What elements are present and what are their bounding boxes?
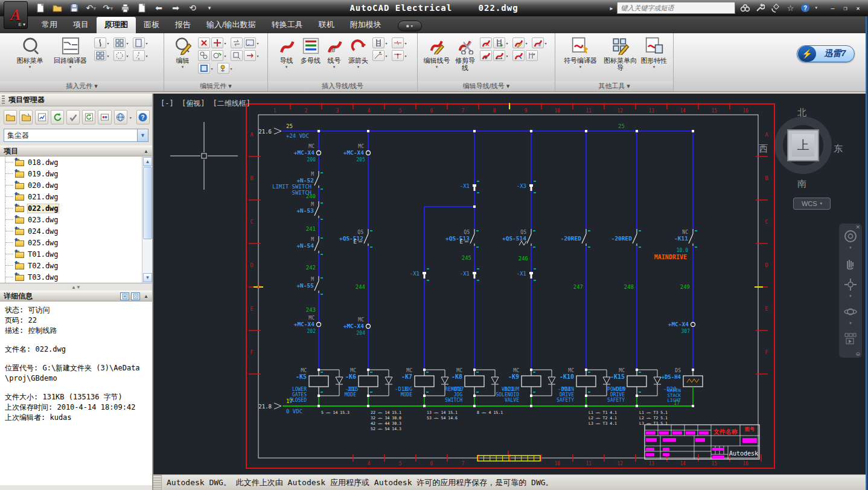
retag-icon[interactable] <box>211 50 223 61</box>
panel-label-insert-components[interactable]: 插入元件 ▾ <box>0 81 164 91</box>
source-arrow-button[interactable]: 源箭头▾ <box>347 36 370 69</box>
circuit-builder-button[interactable]: 回路编译器▾ <box>49 36 92 69</box>
stretch-wire-icon[interactable] <box>493 50 505 61</box>
projects-collapse-icon[interactable]: ▲ <box>144 149 148 154</box>
drawing-file-item[interactable]: 022.dwg <box>0 202 152 214</box>
delete-component-icon[interactable] <box>198 37 210 48</box>
contact-insert-icon[interactable] <box>133 50 145 61</box>
drawing-file-item[interactable]: T04.dwg <box>0 283 152 283</box>
palette-grip[interactable] <box>2 95 5 105</box>
fan-in-out-icon[interactable] <box>94 37 106 48</box>
block-insert-icon[interactable] <box>94 50 106 61</box>
viewcube-south[interactable]: 南 <box>797 178 806 190</box>
3d-nav-button[interactable]: ⟲ <box>186 2 199 14</box>
scroll-up-icon[interactable]: ▲ <box>143 157 152 166</box>
drawing-file-item[interactable]: T03.dwg <box>0 271 152 283</box>
palette-splitter[interactable]: ▲▼ <box>0 283 152 291</box>
communication-center-icon[interactable] <box>770 2 780 13</box>
open-file-button[interactable] <box>51 2 64 14</box>
close-button[interactable]: ✕ <box>853 4 863 13</box>
ribbon-tab[interactable]: 联机 <box>311 17 342 33</box>
ribbon-tab[interactable]: 报告 <box>167 17 199 33</box>
orbit-icon[interactable] <box>843 304 858 320</box>
navbar-minimize-icon[interactable]: ⊖ <box>855 351 860 357</box>
pan-icon[interactable] <box>843 256 858 271</box>
minimize-button[interactable]: — <box>828 4 838 13</box>
copy-wire-number-icon[interactable]: # <box>532 37 544 48</box>
undo-button[interactable]: ↶▾ <box>85 2 98 14</box>
delete-wire-number-icon[interactable] <box>480 37 492 48</box>
edit-component-button[interactable]: 编辑▾ <box>170 36 196 69</box>
icon-menu-button[interactable]: 图标菜单▾ <box>13 36 47 69</box>
open-project-icon[interactable] <box>4 110 17 124</box>
restore-button[interactable]: ❐ <box>840 4 850 13</box>
panel-label-other-tools[interactable]: 其他工具 ▾ <box>555 81 673 91</box>
viewport-view-control[interactable]: [俯视] <box>182 99 205 108</box>
wire-number-button[interactable]: # 线号▾ <box>324 36 345 69</box>
properties-button[interactable] <box>135 2 148 14</box>
project-report-icon[interactable] <box>35 110 48 124</box>
drawing-file-item[interactable]: 018.dwg <box>0 156 152 168</box>
toggle-wire-number-icon[interactable]: # <box>526 50 538 61</box>
drawing-canvas[interactable]: [-] [俯视] [二维线框] 123456789101112131415164… <box>153 94 866 474</box>
ribbon-tab[interactable]: 面板 <box>136 17 167 33</box>
drawing-file-item[interactable]: 021.dwg <box>0 191 152 202</box>
view-cube[interactable]: 北 南 西 东 上 <box>762 111 844 192</box>
terminal-icon[interactable] <box>133 37 145 48</box>
attributes-icon[interactable] <box>198 63 210 74</box>
viewport-visual-style-control[interactable]: [二维线框] <box>213 99 251 108</box>
new-project-icon[interactable] <box>19 110 33 124</box>
drawing-properties-button[interactable]: 图形特性▾ <box>641 36 668 69</box>
multiple-bus-button[interactable]: 多母线 <box>300 36 322 64</box>
panel-label-insert-wires[interactable]: 插入导线/线号 <box>268 81 417 91</box>
ribbon-tab[interactable]: 原理图 <box>97 17 136 33</box>
project-selector[interactable]: 集尘器 ▼ <box>4 129 148 142</box>
favorites-icon[interactable]: ☆ <box>785 2 796 13</box>
refresh-icon[interactable] <box>51 110 64 124</box>
ribbon-tab[interactable]: 项目 <box>65 17 97 33</box>
details-section-header[interactable]: 详细信息 ▲ <box>0 291 152 301</box>
copy-component-icon[interactable] <box>198 50 210 61</box>
dashed-component-icon[interactable] <box>113 50 126 61</box>
project-selector-chevron[interactable]: ▼ <box>138 129 148 142</box>
forward-button[interactable]: ➡ <box>169 2 182 14</box>
infocenter-chevron[interactable]: ▸ <box>610 5 613 11</box>
subscription-icon[interactable] <box>755 2 765 13</box>
drawing-file-item[interactable]: 019.dwg <box>0 168 152 179</box>
help-icon[interactable] <box>800 2 811 13</box>
panel-list-icon[interactable] <box>113 37 126 48</box>
publish-web-icon[interactable] <box>114 110 127 124</box>
symbol-builder-button[interactable]: 符号编译器▾ <box>561 36 600 69</box>
viewcube-east[interactable]: 东 <box>834 143 843 155</box>
zoom-icon[interactable] <box>843 277 858 292</box>
viewcube-north[interactable]: 北 <box>797 107 806 118</box>
drawing-file-item[interactable]: 020.dwg <box>0 179 152 191</box>
qat-overflow-chevron[interactable]: ▾ <box>203 2 216 14</box>
panel-label-edit-components[interactable]: 编辑元件 ▾ <box>164 81 267 91</box>
tree-scrollbar[interactable]: ▲ ▼ <box>142 156 152 283</box>
ladder-insert-icon[interactable] <box>372 37 385 48</box>
ribbon-tab[interactable]: 输入/输出数据 <box>199 17 264 33</box>
details-collapse-icon[interactable]: ▲ <box>144 294 148 299</box>
ribbon-tab[interactable]: 附加模块 <box>342 17 389 33</box>
dot-tee-icon[interactable] <box>392 50 404 61</box>
swap-update-icon[interactable] <box>231 37 243 48</box>
navbar-close-icon[interactable]: ✕ <box>855 224 860 230</box>
plot-publish-icon[interactable] <box>98 110 111 124</box>
project-help-icon[interactable] <box>136 110 150 124</box>
help-chevron[interactable]: ▾ <box>815 5 817 10</box>
edit-wire-icon[interactable] <box>512 37 525 48</box>
move-component-icon[interactable] <box>211 37 223 48</box>
details-preview-icon[interactable] <box>131 292 140 300</box>
back-button[interactable]: ⬅ <box>152 2 165 14</box>
panel-label-edit-wires[interactable]: 编辑导线/线号 ▾ <box>418 81 555 91</box>
scroll-thumb[interactable] <box>143 167 152 239</box>
wire-button[interactable]: 导线▾ <box>276 36 298 69</box>
drawing-file-item[interactable]: T01.dwg <box>0 248 152 260</box>
drawing-file-item[interactable]: 024.dwg <box>0 225 152 237</box>
plot-button[interactable] <box>118 2 132 14</box>
location-symbols-icon[interactable] <box>217 63 229 74</box>
thunder7-button[interactable]: ⚡ 迅雷7 <box>797 45 855 62</box>
toolbar-overflow-chevron[interactable]: ▾ <box>130 115 134 120</box>
drawing-file-item[interactable]: 025.dwg <box>0 237 152 248</box>
